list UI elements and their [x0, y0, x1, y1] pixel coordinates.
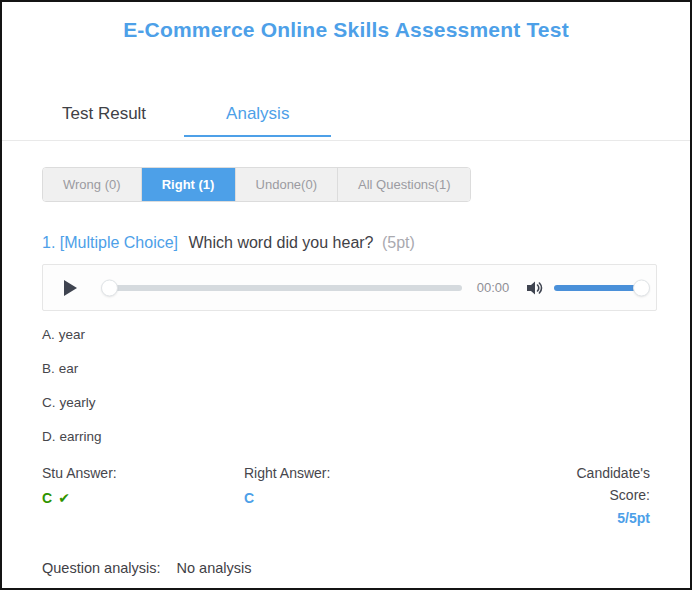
stu-answer-label: Stu Answer:	[42, 463, 244, 485]
question-analysis-row: Question analysis: No analysis	[42, 560, 650, 576]
option-c-text: yearly	[60, 395, 96, 410]
question-number-and-type: 1. [Multiple Choice]	[42, 234, 178, 251]
option-c: C.yearly	[42, 395, 650, 410]
tab-analysis[interactable]: Analysis	[184, 94, 331, 140]
question-text: Which word did you hear?	[189, 234, 374, 251]
question-analysis-label: Question analysis:	[42, 560, 160, 576]
assessment-window: E-Commerce Online Skills Assessment Test…	[0, 0, 692, 590]
play-button[interactable]	[59, 277, 81, 299]
question-points: (5pt)	[382, 234, 415, 251]
option-b: B.ear	[42, 361, 650, 376]
candidate-score-value: 5/5pt	[538, 510, 650, 526]
volume-slider[interactable]	[554, 285, 642, 291]
stu-answer-value: C✔	[42, 490, 244, 506]
candidate-score-block: Candidate's Score: 5/5pt	[538, 463, 650, 526]
tab-test-result[interactable]: Test Result	[42, 94, 166, 140]
question-analysis-value: No analysis	[177, 560, 252, 576]
option-c-label: C.	[42, 395, 56, 410]
play-icon	[64, 280, 77, 296]
question-filter-group: Wrong (0) Right (1) Undone(0) All Questi…	[42, 167, 471, 202]
volume-button[interactable]	[526, 280, 544, 296]
playback-time: 00:00	[474, 280, 512, 295]
option-d-text: earring	[60, 429, 102, 444]
option-a: A.year	[42, 327, 650, 342]
option-d-label: D.	[42, 429, 56, 444]
option-d: D.earring	[42, 429, 650, 444]
page-title: E-Commerce Online Skills Assessment Test	[2, 18, 690, 42]
filter-all-questions-button[interactable]: All Questions(1)	[338, 168, 470, 201]
question-heading: 1. [Multiple Choice] Which word did you …	[42, 234, 650, 252]
seek-bar[interactable]	[103, 285, 462, 291]
right-answer-value: C	[244, 490, 538, 506]
right-answer-block: Right Answer: C	[244, 463, 538, 526]
right-answer-label: Right Answer:	[244, 463, 538, 485]
audio-player: 00:00	[42, 264, 657, 311]
filter-wrong-button[interactable]: Wrong (0)	[43, 168, 142, 201]
option-a-label: A.	[42, 327, 55, 342]
speaker-icon	[526, 280, 544, 296]
candidate-score-label: Candidate's Score:	[538, 463, 650, 506]
answer-options: A.year B.ear C.yearly D.earring	[42, 327, 650, 444]
tab-bar: Test Result Analysis	[2, 94, 690, 141]
option-b-label: B.	[42, 361, 55, 376]
filter-right-button[interactable]: Right (1)	[142, 168, 236, 201]
correct-check-icon: ✔	[58, 490, 70, 506]
stu-answer-letter: C	[42, 490, 52, 506]
filter-undone-button[interactable]: Undone(0)	[236, 168, 338, 201]
stu-answer-block: Stu Answer: C✔	[42, 463, 244, 526]
option-a-text: year	[59, 327, 85, 342]
seek-thumb[interactable]	[101, 279, 118, 296]
answer-summary: Stu Answer: C✔ Right Answer: C Candidate…	[42, 463, 650, 526]
option-b-text: ear	[59, 361, 79, 376]
volume-thumb[interactable]	[633, 279, 650, 296]
